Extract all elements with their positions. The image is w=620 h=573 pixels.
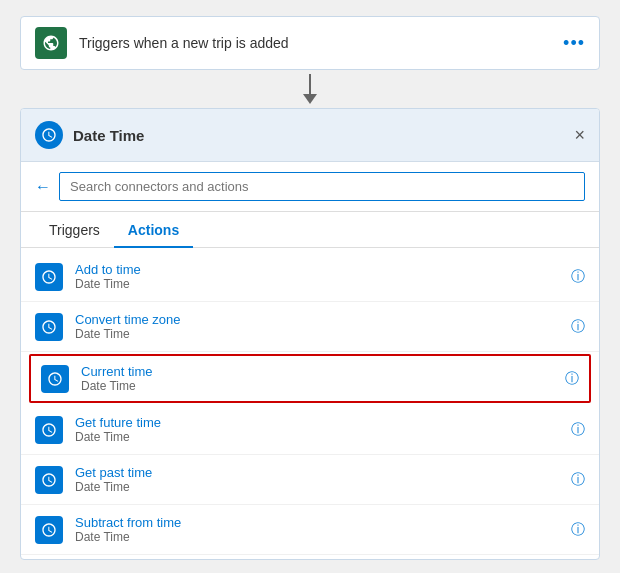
action-source-get-past-time: Date Time bbox=[75, 480, 559, 494]
action-source-get-future-time: Date Time bbox=[75, 430, 559, 444]
action-name-current-time: Current time bbox=[81, 364, 553, 379]
search-input[interactable] bbox=[59, 172, 585, 201]
trigger-text: Triggers when a new trip is added bbox=[79, 35, 551, 51]
tab-actions[interactable]: Actions bbox=[114, 212, 193, 248]
action-info-button-add-to-time[interactable]: ⓘ bbox=[571, 268, 585, 286]
action-item-get-past-time[interactable]: Get past time Date Time ⓘ bbox=[21, 455, 599, 505]
action-item-get-future-time[interactable]: Get future time Date Time ⓘ bbox=[21, 405, 599, 455]
action-list: Add to time Date Time ⓘ Convert time zon… bbox=[21, 248, 599, 559]
action-name-get-past-time: Get past time bbox=[75, 465, 559, 480]
arrow-head bbox=[303, 94, 317, 104]
trigger-icon bbox=[35, 27, 67, 59]
action-info-current-time: Current time Date Time bbox=[81, 364, 553, 393]
tab-triggers[interactable]: Triggers bbox=[35, 212, 114, 248]
action-info-button-current-time[interactable]: ⓘ bbox=[565, 370, 579, 388]
action-icon-subtract-from-time bbox=[35, 516, 63, 544]
action-source-convert-time-zone: Date Time bbox=[75, 327, 559, 341]
arrow-line bbox=[309, 74, 311, 94]
action-item-subtract-from-time[interactable]: Subtract from time Date Time ⓘ bbox=[21, 505, 599, 555]
action-icon-get-future-time bbox=[35, 416, 63, 444]
action-source-current-time: Date Time bbox=[81, 379, 553, 393]
action-info-convert-time-zone: Convert time zone Date Time bbox=[75, 312, 559, 341]
action-info-button-convert-time-zone[interactable]: ⓘ bbox=[571, 318, 585, 336]
action-info-add-to-time: Add to time Date Time bbox=[75, 262, 559, 291]
action-item-add-to-time[interactable]: Add to time Date Time ⓘ bbox=[21, 252, 599, 302]
tabs-bar: Triggers Actions bbox=[21, 212, 599, 248]
action-info-subtract-from-time: Subtract from time Date Time bbox=[75, 515, 559, 544]
action-name-get-future-time: Get future time bbox=[75, 415, 559, 430]
action-info-button-get-future-time[interactable]: ⓘ bbox=[571, 421, 585, 439]
connector-arrow bbox=[303, 74, 317, 104]
trigger-options-button[interactable]: ••• bbox=[563, 33, 585, 54]
action-icon-convert-time-zone bbox=[35, 313, 63, 341]
action-item-current-time[interactable]: Current time Date Time ⓘ bbox=[29, 354, 591, 403]
panel-title: Date Time bbox=[73, 127, 564, 144]
action-source-add-to-time: Date Time bbox=[75, 277, 559, 291]
action-item-convert-time-zone[interactable]: Convert time zone Date Time ⓘ bbox=[21, 302, 599, 352]
search-bar: ← bbox=[21, 162, 599, 212]
panel-header: Date Time × bbox=[21, 109, 599, 162]
datetime-panel: Date Time × ← Triggers Actions bbox=[20, 108, 600, 560]
action-icon-current-time bbox=[41, 365, 69, 393]
main-container: Triggers when a new trip is added ••• Da… bbox=[16, 16, 604, 560]
action-name-convert-time-zone: Convert time zone bbox=[75, 312, 559, 327]
panel-header-icon bbox=[35, 121, 63, 149]
action-name-subtract-from-time: Subtract from time bbox=[75, 515, 559, 530]
action-info-button-subtract-from-time[interactable]: ⓘ bbox=[571, 521, 585, 539]
action-info-button-get-past-time[interactable]: ⓘ bbox=[571, 471, 585, 489]
action-icon-add-to-time bbox=[35, 263, 63, 291]
action-source-subtract-from-time: Date Time bbox=[75, 530, 559, 544]
action-name-add-to-time: Add to time bbox=[75, 262, 559, 277]
action-info-get-past-time: Get past time Date Time bbox=[75, 465, 559, 494]
action-info-get-future-time: Get future time Date Time bbox=[75, 415, 559, 444]
search-back-button[interactable]: ← bbox=[35, 178, 51, 196]
action-icon-get-past-time bbox=[35, 466, 63, 494]
panel-close-button[interactable]: × bbox=[574, 126, 585, 144]
trigger-card: Triggers when a new trip is added ••• bbox=[20, 16, 600, 70]
